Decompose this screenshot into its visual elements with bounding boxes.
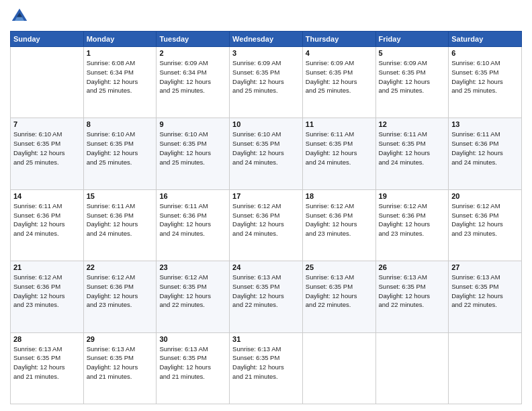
- day-info: Sunrise: 6:12 AM Sunset: 6:36 PM Dayligh…: [13, 273, 81, 310]
- day-number: 9: [159, 120, 226, 128]
- day-number: 5: [379, 49, 446, 57]
- day-number: 15: [87, 192, 154, 200]
- calendar-cell: 2Sunrise: 6:09 AM Sunset: 6:34 PM Daylig…: [157, 47, 230, 118]
- day-info: Sunrise: 6:09 AM Sunset: 6:35 PM Dayligh…: [232, 58, 300, 95]
- day-info: Sunrise: 6:09 AM Sunset: 6:35 PM Dayligh…: [306, 58, 373, 95]
- day-info: Sunrise: 6:13 AM Sunset: 6:35 PM Dayligh…: [13, 345, 81, 381]
- day-number: 10: [232, 120, 300, 128]
- calendar-cell: 27Sunrise: 6:13 AM Sunset: 6:35 PM Dayli…: [449, 261, 522, 332]
- day-info: Sunrise: 6:11 AM Sunset: 6:36 PM Dayligh…: [159, 201, 226, 238]
- day-info: Sunrise: 6:13 AM Sunset: 6:35 PM Dayligh…: [232, 345, 300, 381]
- day-info: Sunrise: 6:10 AM Sunset: 6:35 PM Dayligh…: [87, 130, 154, 167]
- calendar-cell: 4Sunrise: 6:09 AM Sunset: 6:35 PM Daylig…: [302, 47, 375, 118]
- day-info: Sunrise: 6:12 AM Sunset: 6:35 PM Dayligh…: [159, 273, 226, 310]
- calendar-cell: 7Sunrise: 6:10 AM Sunset: 6:35 PM Daylig…: [11, 118, 84, 189]
- day-number: 16: [159, 192, 226, 200]
- calendar-cell: 16Sunrise: 6:11 AM Sunset: 6:36 PM Dayli…: [157, 189, 230, 261]
- weekday-header: Sunday: [11, 32, 84, 47]
- day-info: Sunrise: 6:10 AM Sunset: 6:35 PM Dayligh…: [159, 130, 226, 167]
- calendar-cell: [375, 332, 449, 404]
- calendar-week-row: 21Sunrise: 6:12 AM Sunset: 6:36 PM Dayli…: [11, 261, 522, 332]
- day-number: 1: [87, 49, 154, 57]
- calendar-cell: [449, 332, 522, 404]
- day-info: Sunrise: 6:10 AM Sunset: 6:35 PM Dayligh…: [13, 130, 81, 167]
- calendar-cell: 3Sunrise: 6:09 AM Sunset: 6:35 PM Daylig…: [230, 47, 303, 118]
- weekday-header: Thursday: [302, 32, 375, 47]
- day-info: Sunrise: 6:09 AM Sunset: 6:35 PM Dayligh…: [379, 58, 446, 95]
- day-info: Sunrise: 6:13 AM Sunset: 6:35 PM Dayligh…: [451, 273, 519, 310]
- calendar-cell: 22Sunrise: 6:12 AM Sunset: 6:36 PM Dayli…: [83, 261, 157, 332]
- day-info: Sunrise: 6:11 AM Sunset: 6:36 PM Dayligh…: [87, 201, 154, 238]
- calendar-cell: 8Sunrise: 6:10 AM Sunset: 6:35 PM Daylig…: [83, 118, 157, 189]
- day-number: 7: [13, 120, 81, 128]
- day-number: 11: [306, 120, 373, 128]
- day-number: 6: [451, 49, 519, 57]
- calendar-cell: 19Sunrise: 6:12 AM Sunset: 6:36 PM Dayli…: [375, 189, 449, 261]
- calendar-cell: [302, 332, 375, 404]
- day-info: Sunrise: 6:12 AM Sunset: 6:36 PM Dayligh…: [232, 201, 300, 238]
- day-number: 13: [451, 120, 519, 128]
- day-info: Sunrise: 6:12 AM Sunset: 6:36 PM Dayligh…: [451, 201, 519, 238]
- day-number: 2: [159, 49, 226, 57]
- day-info: Sunrise: 6:11 AM Sunset: 6:36 PM Dayligh…: [13, 201, 81, 238]
- calendar-cell: 20Sunrise: 6:12 AM Sunset: 6:36 PM Dayli…: [449, 189, 522, 261]
- day-info: Sunrise: 6:13 AM Sunset: 6:35 PM Dayligh…: [232, 273, 300, 310]
- day-info: Sunrise: 6:11 AM Sunset: 6:35 PM Dayligh…: [306, 130, 373, 167]
- day-number: 18: [306, 192, 373, 200]
- day-info: Sunrise: 6:10 AM Sunset: 6:35 PM Dayligh…: [232, 130, 300, 167]
- calendar-cell: 10Sunrise: 6:10 AM Sunset: 6:35 PM Dayli…: [230, 118, 303, 189]
- calendar-header-row: SundayMondayTuesdayWednesdayThursdayFrid…: [11, 32, 522, 47]
- day-number: 21: [13, 263, 81, 271]
- day-info: Sunrise: 6:10 AM Sunset: 6:35 PM Dayligh…: [451, 58, 519, 95]
- day-info: Sunrise: 6:11 AM Sunset: 6:35 PM Dayligh…: [379, 130, 446, 167]
- weekday-header: Saturday: [449, 32, 522, 47]
- day-number: 3: [232, 49, 300, 57]
- weekday-header: Monday: [83, 32, 157, 47]
- day-info: Sunrise: 6:12 AM Sunset: 6:36 PM Dayligh…: [87, 273, 154, 310]
- page: SundayMondayTuesdayWednesdayThursdayFrid…: [0, 0, 532, 411]
- day-number: 30: [159, 335, 226, 343]
- day-info: Sunrise: 6:09 AM Sunset: 6:34 PM Dayligh…: [159, 58, 226, 95]
- calendar-week-row: 7Sunrise: 6:10 AM Sunset: 6:35 PM Daylig…: [11, 118, 522, 189]
- weekday-header: Wednesday: [230, 32, 303, 47]
- weekday-header: Tuesday: [157, 32, 230, 47]
- day-number: 25: [306, 263, 373, 271]
- day-info: Sunrise: 6:12 AM Sunset: 6:36 PM Dayligh…: [379, 201, 446, 238]
- calendar-cell: 25Sunrise: 6:13 AM Sunset: 6:35 PM Dayli…: [302, 261, 375, 332]
- calendar-cell: 31Sunrise: 6:13 AM Sunset: 6:35 PM Dayli…: [230, 332, 303, 404]
- day-number: 27: [451, 263, 519, 271]
- day-info: Sunrise: 6:13 AM Sunset: 6:35 PM Dayligh…: [379, 273, 446, 310]
- calendar-cell: 6Sunrise: 6:10 AM Sunset: 6:35 PM Daylig…: [449, 47, 522, 118]
- calendar-cell: 17Sunrise: 6:12 AM Sunset: 6:36 PM Dayli…: [230, 189, 303, 261]
- calendar-cell: 13Sunrise: 6:11 AM Sunset: 6:36 PM Dayli…: [449, 118, 522, 189]
- day-info: Sunrise: 6:08 AM Sunset: 6:34 PM Dayligh…: [87, 58, 154, 95]
- day-number: 29: [87, 335, 154, 343]
- calendar-cell: 18Sunrise: 6:12 AM Sunset: 6:36 PM Dayli…: [302, 189, 375, 261]
- logo-icon: [10, 7, 29, 26]
- calendar-cell: 11Sunrise: 6:11 AM Sunset: 6:35 PM Dayli…: [302, 118, 375, 189]
- day-number: 22: [87, 263, 154, 271]
- day-info: Sunrise: 6:11 AM Sunset: 6:36 PM Dayligh…: [451, 130, 519, 167]
- day-info: Sunrise: 6:13 AM Sunset: 6:35 PM Dayligh…: [87, 345, 154, 381]
- calendar-table: SundayMondayTuesdayWednesdayThursdayFrid…: [10, 31, 522, 404]
- day-number: 14: [13, 192, 81, 200]
- day-info: Sunrise: 6:12 AM Sunset: 6:36 PM Dayligh…: [306, 201, 373, 238]
- calendar-week-row: 1Sunrise: 6:08 AM Sunset: 6:34 PM Daylig…: [11, 47, 522, 118]
- calendar-cell: 26Sunrise: 6:13 AM Sunset: 6:35 PM Dayli…: [375, 261, 449, 332]
- calendar-cell: 12Sunrise: 6:11 AM Sunset: 6:35 PM Dayli…: [375, 118, 449, 189]
- calendar-cell: 9Sunrise: 6:10 AM Sunset: 6:35 PM Daylig…: [157, 118, 230, 189]
- calendar-cell: 28Sunrise: 6:13 AM Sunset: 6:35 PM Dayli…: [11, 332, 84, 404]
- calendar-cell: 29Sunrise: 6:13 AM Sunset: 6:35 PM Dayli…: [83, 332, 157, 404]
- day-number: 26: [379, 263, 446, 271]
- day-number: 31: [232, 335, 300, 343]
- day-info: Sunrise: 6:13 AM Sunset: 6:35 PM Dayligh…: [159, 345, 226, 381]
- day-number: 8: [87, 120, 154, 128]
- calendar-cell: 5Sunrise: 6:09 AM Sunset: 6:35 PM Daylig…: [375, 47, 449, 118]
- calendar-week-row: 28Sunrise: 6:13 AM Sunset: 6:35 PM Dayli…: [11, 332, 522, 404]
- calendar-cell: 30Sunrise: 6:13 AM Sunset: 6:35 PM Dayli…: [157, 332, 230, 404]
- calendar-cell: 14Sunrise: 6:11 AM Sunset: 6:36 PM Dayli…: [11, 189, 84, 261]
- calendar-cell: 15Sunrise: 6:11 AM Sunset: 6:36 PM Dayli…: [83, 189, 157, 261]
- calendar-cell: 1Sunrise: 6:08 AM Sunset: 6:34 PM Daylig…: [83, 47, 157, 118]
- day-number: 28: [13, 335, 81, 343]
- calendar-cell: 21Sunrise: 6:12 AM Sunset: 6:36 PM Dayli…: [11, 261, 84, 332]
